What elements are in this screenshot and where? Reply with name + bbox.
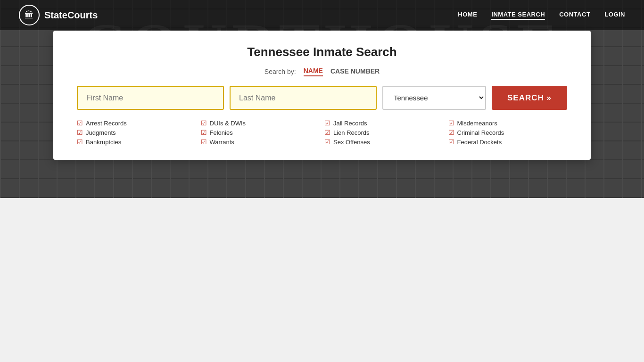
site-logo[interactable]: 🏛 StateCourts: [19, 5, 98, 25]
check-misdemeanors: ☑ Misdemeanors: [448, 119, 568, 127]
check-icon: ☑: [77, 138, 83, 146]
check-label: Federal Dockets: [457, 139, 502, 146]
check-sex-offenses: ☑ Sex Offenses: [324, 138, 444, 146]
check-icon: ☑: [77, 129, 83, 136]
check-icon: ☑: [77, 119, 83, 127]
logo-icon: 🏛: [19, 5, 40, 25]
check-jail-records: ☑ Jail Records: [324, 119, 444, 127]
check-label: Jail Records: [333, 120, 367, 127]
check-label: Warrants: [210, 139, 234, 146]
nav-contact[interactable]: CONTACT: [559, 11, 590, 20]
check-icon: ☑: [448, 129, 454, 136]
search-by-row: Search by: NAME CASE NUMBER: [77, 67, 567, 76]
search-button[interactable]: SEARCH »: [492, 86, 567, 110]
check-label: Judgments: [86, 129, 116, 136]
check-duis: ☑ DUIs & DWIs: [201, 119, 320, 127]
check-label: Criminal Records: [457, 129, 504, 136]
check-label: Misdemeanors: [457, 120, 497, 127]
check-icon: ☑: [448, 119, 454, 127]
check-bankruptcies: ☑ Bankruptcies: [77, 138, 196, 146]
check-arrest-records: ☑ Arrest Records: [77, 119, 196, 127]
check-icon: ☑: [324, 119, 330, 127]
check-label: Arrest Records: [86, 120, 127, 127]
check-icon: ☑: [448, 138, 454, 146]
search-inputs-row: Tennessee AlabamaAlaskaArizonaArkansas C…: [77, 86, 567, 110]
search-title: Tennessee Inmate Search: [77, 45, 567, 59]
check-judgments: ☑ Judgments: [77, 129, 196, 136]
check-federal-dockets: ☑ Federal Dockets: [448, 138, 568, 146]
check-icon: ☑: [201, 129, 207, 136]
search-by-label: Search by:: [264, 68, 296, 75]
check-label: Sex Offenses: [333, 139, 370, 146]
check-icon: ☑: [201, 119, 207, 127]
tab-case-number[interactable]: CASE NUMBER: [330, 67, 380, 76]
first-name-input[interactable]: [77, 86, 224, 110]
navigation: 🏛 StateCourts HOME INMATE SEARCH CONTACT…: [0, 0, 644, 30]
state-select[interactable]: Tennessee AlabamaAlaskaArizonaArkansas C…: [382, 86, 486, 110]
logo-text: StateCourts: [44, 10, 98, 21]
check-icon: ☑: [201, 138, 207, 146]
last-name-input[interactable]: [230, 86, 377, 110]
search-card: Tennessee Inmate Search Search by: NAME …: [53, 31, 591, 160]
nav-home[interactable]: HOME: [458, 11, 477, 20]
check-label: Bankruptcies: [86, 139, 121, 146]
checks-grid: ☑ Arrest Records ☑ DUIs & DWIs ☑ Jail Re…: [77, 119, 567, 146]
check-icon: ☑: [324, 138, 330, 146]
check-label: Felonies: [210, 129, 233, 136]
check-icon: ☑: [324, 129, 330, 136]
nav-links: HOME INMATE SEARCH CONTACT LOGIN: [458, 11, 625, 20]
nav-inmate-search[interactable]: INMATE SEARCH: [491, 11, 545, 20]
check-warrants: ☑ Warrants: [201, 138, 320, 146]
tab-name[interactable]: NAME: [304, 67, 323, 76]
check-lien-records: ☑ Lien Records: [324, 129, 444, 136]
check-label: Lien Records: [333, 129, 370, 136]
check-criminal-records: ☑ Criminal Records: [448, 129, 568, 136]
nav-login[interactable]: LOGIN: [604, 11, 625, 20]
check-label: DUIs & DWIs: [210, 120, 246, 127]
check-felonies: ☑ Felonies: [201, 129, 320, 136]
